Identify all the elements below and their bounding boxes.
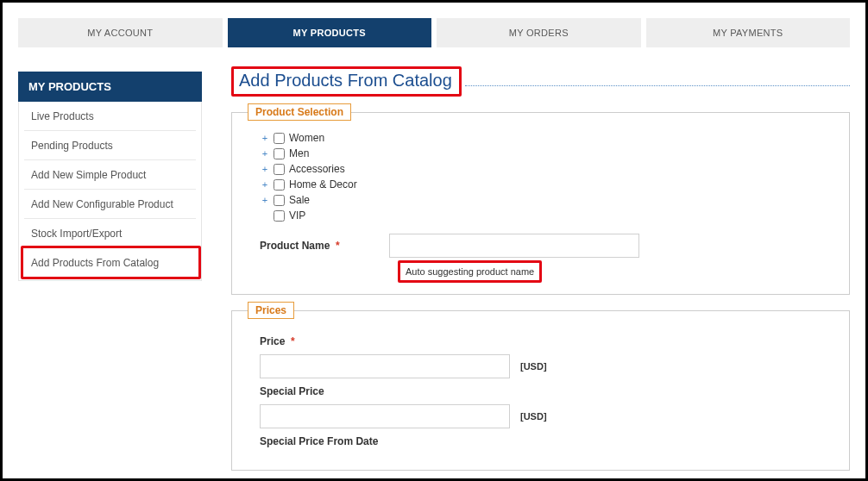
- category-row-men: + Men: [260, 146, 830, 161]
- content-area: Add Products From Catalog Product Select…: [231, 72, 850, 471]
- title-separator: [465, 85, 850, 86]
- expand-icon[interactable]: +: [260, 133, 270, 143]
- product-name-hint: Auto suggesting product name: [398, 260, 542, 283]
- category-row-home-decor: + Home & Decor: [260, 177, 830, 192]
- expand-icon[interactable]: +: [260, 148, 270, 159]
- required-mark: *: [336, 240, 340, 252]
- prices-fieldset: Prices Price * [USD] Special Price: [231, 310, 850, 471]
- category-tree: + Women + Men + Accessories: [251, 130, 830, 223]
- tab-my-account[interactable]: MY ACCOUNT: [18, 18, 223, 47]
- tab-my-orders[interactable]: MY ORDERS: [437, 18, 641, 47]
- category-label: Women: [289, 132, 324, 144]
- category-row-women: + Women: [260, 130, 830, 146]
- special-price-label: Special Price: [260, 385, 398, 397]
- category-row-vip: VIP: [260, 208, 830, 223]
- category-checkbox-sale[interactable]: [274, 195, 285, 206]
- category-checkbox-vip[interactable]: [274, 210, 285, 222]
- category-label: VIP: [289, 209, 305, 222]
- category-label: Accessories: [289, 163, 345, 175]
- sidebar-item-label: Add Products From Catalog: [31, 257, 159, 269]
- sidebar-item-stock-import-export[interactable]: Stock Import/Export: [24, 219, 196, 248]
- sidebar-list: Live Products Pending Products Add New S…: [18, 102, 202, 281]
- sidebar: MY PRODUCTS Live Products Pending Produc…: [18, 72, 202, 281]
- category-row-sale: + Sale: [260, 192, 830, 208]
- sidebar-item-pending-products[interactable]: Pending Products: [24, 131, 196, 160]
- product-name-hint-row: Auto suggesting product name: [398, 263, 830, 278]
- tab-my-payments[interactable]: MY PAYMENTS: [646, 18, 851, 47]
- page-title: Add Products From Catalog: [231, 66, 462, 97]
- category-checkbox-women[interactable]: [274, 133, 285, 144]
- product-name-label: Product Name *: [251, 240, 389, 252]
- price-input-line: [USD]: [260, 354, 830, 378]
- app-inner: MY ACCOUNT MY PRODUCTS MY ORDERS MY PAYM…: [3, 3, 865, 471]
- page-title-row: Add Products From Catalog: [231, 66, 850, 97]
- sidebar-header: MY PRODUCTS: [18, 72, 202, 102]
- price-row: Price * [USD]: [260, 335, 830, 378]
- sidebar-item-add-configurable-product[interactable]: Add New Configurable Product: [24, 190, 196, 219]
- product-name-input[interactable]: [389, 234, 639, 258]
- special-price-row: Special Price [USD]: [260, 385, 830, 428]
- expand-icon[interactable]: +: [260, 195, 270, 205]
- category-label: Sale: [289, 194, 310, 206]
- category-label: Men: [289, 147, 309, 159]
- price-label: Price *: [260, 335, 398, 347]
- app-frame: MY ACCOUNT MY PRODUCTS MY ORDERS MY PAYM…: [0, 0, 868, 481]
- main-area: MY PRODUCTS Live Products Pending Produc…: [18, 72, 850, 471]
- product-selection-legend: Product Selection: [248, 103, 351, 121]
- product-selection-fieldset: Product Selection + Women + Men: [231, 112, 850, 295]
- product-name-row: Product Name *: [251, 234, 830, 258]
- top-tabs: MY ACCOUNT MY PRODUCTS MY ORDERS MY PAYM…: [18, 18, 850, 47]
- category-checkbox-accessories[interactable]: [274, 164, 285, 175]
- label-text: Price: [260, 335, 285, 347]
- category-row-accessories: + Accessories: [260, 161, 830, 177]
- sidebar-item-add-simple-product[interactable]: Add New Simple Product: [24, 160, 196, 190]
- required-mark: *: [291, 335, 295, 347]
- sidebar-item-add-from-catalog[interactable]: Add Products From Catalog: [24, 248, 196, 277]
- special-price-currency: [USD]: [520, 411, 547, 422]
- special-price-input[interactable]: [260, 404, 510, 428]
- special-price-input-line: [USD]: [260, 404, 830, 428]
- expand-icon[interactable]: +: [260, 164, 270, 174]
- expand-icon[interactable]: +: [260, 179, 270, 190]
- special-price-from-label: Special Price From Date: [260, 435, 398, 447]
- tab-my-products[interactable]: MY PRODUCTS: [228, 18, 432, 47]
- label-text: Product Name: [260, 240, 330, 252]
- category-checkbox-home-decor[interactable]: [274, 179, 285, 191]
- prices-legend: Prices: [248, 302, 294, 319]
- sidebar-item-live-products[interactable]: Live Products: [24, 102, 196, 131]
- price-input[interactable]: [260, 354, 510, 378]
- category-label: Home & Decor: [289, 178, 357, 191]
- special-price-from-row: Special Price From Date: [260, 435, 830, 454]
- category-checkbox-men[interactable]: [274, 148, 285, 159]
- price-currency: [USD]: [520, 361, 547, 372]
